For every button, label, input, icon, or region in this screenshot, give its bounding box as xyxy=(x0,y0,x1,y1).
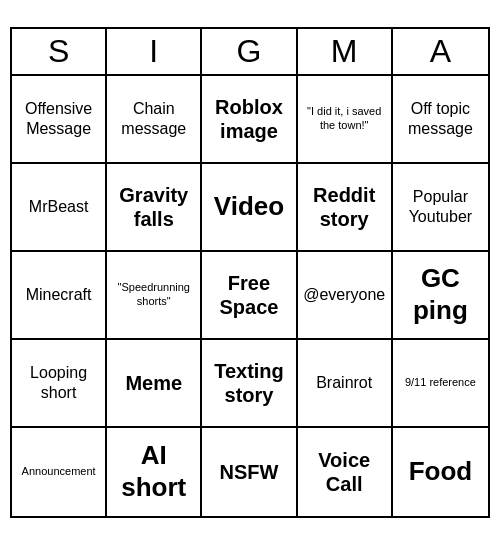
bingo-cell[interactable]: NSFW xyxy=(202,428,297,516)
cell-label: Announcement xyxy=(22,465,96,478)
cell-label: Minecraft xyxy=(26,285,92,304)
cell-label: Food xyxy=(409,456,473,487)
cell-label: "I did it, i saved the town!" xyxy=(302,105,387,131)
bingo-cell[interactable]: Announcement xyxy=(12,428,107,516)
bingo-cell[interactable]: Voice Call xyxy=(298,428,393,516)
header-letter-a: A xyxy=(393,29,488,74)
bingo-cell[interactable]: "I did it, i saved the town!" xyxy=(298,76,393,164)
cell-label: Chain message xyxy=(111,99,196,137)
cell-label: MrBeast xyxy=(29,197,89,216)
bingo-cell[interactable]: Popular Youtuber xyxy=(393,164,488,252)
bingo-cell[interactable]: Minecraft xyxy=(12,252,107,340)
cell-label: "Speedrunning shorts" xyxy=(111,281,196,307)
bingo-card: SIGMA Offensive MessageChain messageRobl… xyxy=(10,27,490,518)
cell-label: Offensive Message xyxy=(16,99,101,137)
bingo-cell[interactable]: Chain message xyxy=(107,76,202,164)
bingo-cell[interactable]: Texting story xyxy=(202,340,297,428)
cell-label: @everyone xyxy=(303,285,385,304)
cell-label: AI short xyxy=(111,440,196,502)
cell-label: GC ping xyxy=(397,263,484,325)
bingo-cell[interactable]: 9/11 reference xyxy=(393,340,488,428)
bingo-cell[interactable]: Offensive Message xyxy=(12,76,107,164)
header-letter-i: I xyxy=(107,29,202,74)
header-letter-m: M xyxy=(298,29,393,74)
cell-label: Looping short xyxy=(16,363,101,401)
cell-label: Reddit story xyxy=(302,183,387,231)
bingo-cell[interactable]: Gravity falls xyxy=(107,164,202,252)
cell-label: Popular Youtuber xyxy=(397,187,484,225)
bingo-cell[interactable]: MrBeast xyxy=(12,164,107,252)
header-letter-s: S xyxy=(12,29,107,74)
bingo-cell[interactable]: Food xyxy=(393,428,488,516)
bingo-cell[interactable]: Looping short xyxy=(12,340,107,428)
cell-label: Free Space xyxy=(206,271,291,319)
bingo-cell[interactable]: Free Space xyxy=(202,252,297,340)
cell-label: Roblox image xyxy=(206,95,291,143)
cell-label: Brainrot xyxy=(316,373,372,392)
bingo-cell[interactable]: Roblox image xyxy=(202,76,297,164)
cell-label: NSFW xyxy=(220,460,279,484)
bingo-cell[interactable]: Video xyxy=(202,164,297,252)
cell-label: Video xyxy=(214,191,284,222)
bingo-cell[interactable]: AI short xyxy=(107,428,202,516)
bingo-cell[interactable]: Brainrot xyxy=(298,340,393,428)
bingo-grid: Offensive MessageChain messageRoblox ima… xyxy=(12,76,488,516)
bingo-cell[interactable]: Reddit story xyxy=(298,164,393,252)
bingo-cell[interactable]: Meme xyxy=(107,340,202,428)
header-letter-g: G xyxy=(202,29,297,74)
cell-label: 9/11 reference xyxy=(405,376,476,389)
header-row: SIGMA xyxy=(12,29,488,76)
bingo-cell[interactable]: "Speedrunning shorts" xyxy=(107,252,202,340)
cell-label: Voice Call xyxy=(302,448,387,496)
bingo-cell[interactable]: @everyone xyxy=(298,252,393,340)
bingo-cell[interactable]: Off topic message xyxy=(393,76,488,164)
cell-label: Off topic message xyxy=(397,99,484,137)
cell-label: Meme xyxy=(125,371,182,395)
cell-label: Texting story xyxy=(206,359,291,407)
cell-label: Gravity falls xyxy=(111,183,196,231)
bingo-cell[interactable]: GC ping xyxy=(393,252,488,340)
